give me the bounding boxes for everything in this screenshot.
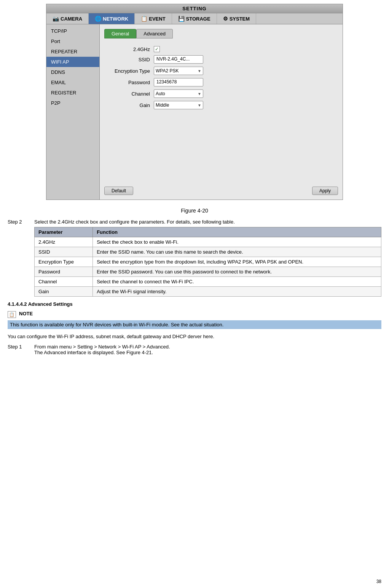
nav-network[interactable]: 🌐 NETWORK — [89, 13, 135, 24]
freq-label: 2.4GHz — [104, 46, 150, 52]
sidebar-item-wifiap[interactable]: WIFI AP — [46, 57, 99, 67]
gain-select[interactable]: Middle ▼ — [154, 101, 203, 109]
table-cell-param: Encryption Type — [35, 257, 93, 267]
right-panel: General Advanced 2.4GHz ✓ — [100, 24, 343, 200]
apply-button[interactable]: Apply — [312, 187, 338, 195]
storage-icon: 💾 — [178, 16, 185, 22]
step1-num: Step 1 — [8, 344, 27, 355]
table-cell-function: Adjust the Wi-Fi signal intensity. — [93, 287, 381, 297]
step2-text: Select the 2.4GHz check box and configur… — [34, 219, 381, 225]
step2-num: Step 2 — [8, 219, 27, 225]
table-row: GainAdjust the Wi-Fi signal intensity. — [35, 287, 381, 297]
table-cell-param: Channel — [35, 277, 93, 287]
note-section: 📋 NOTE — [8, 311, 381, 318]
channel-dropdown-arrow: ▼ — [198, 92, 201, 96]
setting-title: SETTING — [182, 6, 206, 11]
table-row: ChannelSelect the channel to connect the… — [35, 277, 381, 287]
form-row-ssid: SSID NVR-2.4G_4C... — [104, 55, 338, 64]
camera-icon: 📷 — [53, 16, 59, 22]
step1-section: Step 1 From main menu > Setting > Networ… — [8, 344, 381, 355]
sidebar: TCP/IP Port REPEATER WIFI AP DDNS EMAIL … — [46, 24, 100, 200]
setting-panel: SETTING 📷 CAMERA 🌐 NETWORK 📋 EVENT 💾 STO… — [46, 4, 343, 200]
form-row-channel: Channel Auto ▼ — [104, 89, 338, 98]
encryption-label: Encryption Type — [104, 68, 150, 74]
ssid-input[interactable]: NVR-2.4G_4C... — [154, 55, 203, 64]
table-cell-function: Select the check box to enable Wi-Fi. — [93, 237, 381, 247]
ssid-label: SSID — [104, 57, 150, 62]
nav-storage[interactable]: 💾 STORAGE — [172, 13, 217, 24]
sub-tabs: General Advanced — [104, 29, 338, 38]
body-text-1: You can configure the Wi-Fi IP address, … — [8, 333, 381, 341]
nav-system[interactable]: ⚙ SYSTEM — [217, 13, 256, 24]
step2-label: Step 2 Select the 2.4GHz check box and c… — [8, 219, 381, 225]
nav-event[interactable]: 📋 EVENT — [135, 13, 172, 24]
step2-section: Step 2 Select the 2.4GHz check box and c… — [8, 219, 381, 297]
table-row: Encryption TypeSelect the encryption typ… — [35, 257, 381, 267]
footer-row: Default Apply — [104, 184, 338, 195]
nav-camera-label: CAMERA — [61, 16, 82, 22]
gain-dropdown-arrow: ▼ — [198, 103, 201, 107]
table-row: PasswordEnter the SSID password. You can… — [35, 267, 381, 277]
nav-event-label: EVENT — [149, 16, 165, 22]
sidebar-item-p2p[interactable]: P2P — [46, 98, 99, 108]
tab-advanced[interactable]: Advanced — [136, 29, 173, 38]
table-cell-function: Enter the SSID password. You can use thi… — [93, 267, 381, 277]
password-label: Password — [104, 80, 150, 85]
highlight-note: This function is available only for NVR … — [8, 320, 381, 329]
nav-network-label: NETWORK — [103, 16, 128, 22]
setting-title-bar: SETTING — [46, 4, 343, 13]
sidebar-item-port[interactable]: Port — [46, 36, 99, 46]
table-cell-function: Select the channel to connect the Wi-Fi … — [93, 277, 381, 287]
form-row-encryption: Encryption Type WPA2 PSK ▼ — [104, 67, 338, 75]
network-icon: 🌐 — [95, 16, 101, 22]
step1-text: From main menu > Setting > Network > Wi-… — [34, 344, 381, 355]
form-area: 2.4GHz ✓ SSID NVR-2.4G_4C... — [104, 44, 338, 184]
channel-label: Channel — [104, 91, 150, 97]
password-value: 12345678 — [154, 78, 203, 86]
step1-label: Step 1 From main menu > Setting > Networ… — [8, 344, 381, 355]
sidebar-item-register[interactable]: REGISTER — [46, 88, 99, 98]
form-row-password: Password 12345678 — [104, 78, 338, 86]
table-cell-param: SSID — [35, 247, 93, 257]
table-cell-param: 2.4GHz — [35, 237, 93, 247]
table-row: 2.4GHzSelect the check box to enable Wi-… — [35, 237, 381, 247]
nav-system-label: SYSTEM — [230, 16, 250, 22]
gain-value: Middle ▼ — [154, 101, 203, 109]
channel-value: Auto ▼ — [154, 89, 203, 98]
sidebar-item-email[interactable]: EMAIL — [46, 77, 99, 88]
freq-checkbox[interactable]: ✓ — [154, 46, 160, 52]
table-cell-param: Gain — [35, 287, 93, 297]
nav-storage-label: STORAGE — [186, 16, 210, 22]
table-cell-function: Enter the SSID name. You can use this na… — [93, 247, 381, 257]
encryption-select[interactable]: WPA2 PSK ▼ — [154, 67, 203, 75]
table-cell-param: Password — [35, 267, 93, 277]
channel-select[interactable]: Auto ▼ — [154, 89, 203, 98]
default-button[interactable]: Default — [104, 187, 133, 195]
sidebar-item-ddns[interactable]: DDNS — [46, 67, 99, 77]
table-row: SSIDEnter the SSID name. You can use thi… — [35, 247, 381, 257]
table-cell-function: Select the encryption type from the drop… — [93, 257, 381, 267]
col-header-function: Function — [93, 227, 381, 237]
nav-camera[interactable]: 📷 CAMERA — [46, 13, 89, 24]
freq-value: ✓ — [154, 46, 160, 52]
section-442-heading: 4.1.4.4.2 Advanced Settings — [8, 301, 381, 307]
ssid-value: NVR-2.4G_4C... — [154, 55, 203, 64]
main-content: TCP/IP Port REPEATER WIFI AP DDNS EMAIL … — [46, 24, 343, 200]
note-book-icon: 📋 — [8, 311, 16, 318]
form-row-gain: Gain Middle ▼ — [104, 101, 338, 109]
form-row-freq: 2.4GHz ✓ — [104, 46, 338, 52]
encryption-value: WPA2 PSK ▼ — [154, 67, 203, 75]
password-input[interactable]: 12345678 — [154, 78, 203, 86]
page-number: 38 — [376, 579, 381, 584]
tab-general[interactable]: General — [104, 29, 136, 38]
encryption-dropdown-arrow: ▼ — [198, 69, 201, 73]
note-label: NOTE — [19, 311, 33, 316]
form-grid: 2.4GHz ✓ SSID NVR-2.4G_4C... — [104, 44, 338, 112]
col-header-parameter: Parameter — [35, 227, 93, 237]
event-icon: 📋 — [141, 16, 147, 22]
gain-label: Gain — [104, 102, 150, 108]
sidebar-item-repeater[interactable]: REPEATER — [46, 46, 99, 57]
figure-caption: Figure 4-20 — [8, 208, 381, 214]
sidebar-item-tcpip[interactable]: TCP/IP — [46, 26, 99, 36]
param-table: Parameter Function 2.4GHzSelect the chec… — [34, 227, 381, 297]
